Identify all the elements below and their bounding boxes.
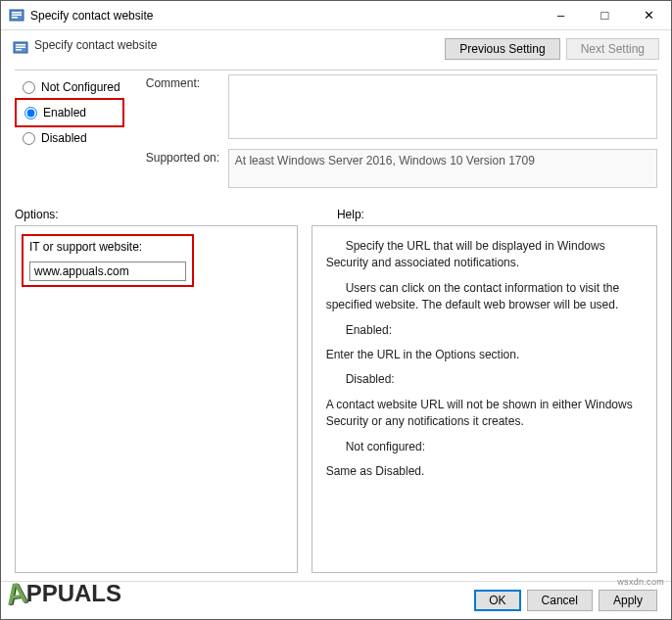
svg-rect-2 [12,14,22,16]
radio-enabled-label: Enabled [43,106,86,119]
svg-rect-1 [12,12,22,14]
watermark-logo: APPUALS [6,577,121,610]
policy-title: Specify contact website [34,38,445,52]
panel-headers: Options: Help: [1,202,671,225]
radio-disabled[interactable]: Disabled [15,127,126,149]
comment-input[interactable] [228,74,657,139]
supported-on-label: Supported on: [146,149,228,188]
svg-rect-7 [16,49,22,51]
options-header: Options: [15,208,323,221]
watermark-side: wsxdn.com [617,577,664,587]
svg-rect-5 [16,44,25,46]
help-panel: Specify the URL that will be displayed i… [312,225,657,573]
maximize-button[interactable]: □ [583,1,627,29]
state-column: Not Configured Enabled Disabled [15,74,126,188]
supported-on-value: At least Windows Server 2016, Windows 10… [235,154,535,167]
comment-label: Comment: [146,74,228,139]
radio-disabled-label: Disabled [41,131,87,145]
help-text: Enter the URL in the Options section. [326,347,643,363]
radio-not-configured[interactable]: Not Configured [15,76,126,98]
radio-enabled-input[interactable] [24,107,37,119]
help-text: Users can click on the contact informati… [326,280,643,314]
watermark-text: PPUALS [26,580,121,607]
supported-on-text: At least Windows Server 2016, Windows 10… [228,149,657,188]
close-button[interactable]: ✕ [627,1,671,29]
help-text: Same as Disabled. [326,463,643,480]
previous-setting-button[interactable]: Previous Setting [445,38,559,60]
policy-icon [13,40,28,56]
radio-not-configured-label: Not Configured [41,80,120,94]
logo-a-icon: A [4,576,29,612]
highlight-enabled: Enabled [15,98,124,127]
minimize-button[interactable]: – [539,1,583,29]
dialog-window: Specify contact website – □ ✕ Specify co… [0,0,672,620]
help-text: Specify the URL that will be displayed i… [326,238,643,272]
options-panel: IT or support website: [15,225,298,573]
window-title: Specify contact website [30,9,539,23]
nav-buttons: Previous Setting Next Setting [445,38,659,60]
radio-enabled[interactable]: Enabled [17,102,122,123]
next-setting-button[interactable]: Next Setting [566,38,659,60]
policy-icon [9,8,24,24]
header-row: Specify contact website Previous Setting… [1,30,671,66]
help-text: Enabled: [326,322,643,339]
radio-disabled-input[interactable] [23,132,35,145]
help-header: Help: [323,208,657,221]
window-controls: – □ ✕ [539,1,671,29]
help-text: Disabled: [326,371,643,388]
titlebar: Specify contact website – □ ✕ [1,1,671,30]
apply-button[interactable]: Apply [599,590,657,611]
svg-rect-3 [12,17,18,19]
option-field-label: IT or support website: [25,238,190,258]
highlight-option: IT or support website: [22,234,194,287]
radio-not-configured-input[interactable] [23,81,35,94]
website-input[interactable] [29,262,186,281]
help-text: Not configured: [326,439,643,455]
upper-section: Not Configured Enabled Disabled Comment: [1,71,671,202]
svg-rect-6 [16,47,25,49]
lower-section: IT or support website: Specify the URL t… [1,225,671,581]
help-text: A contact website URL will not be shown … [326,397,643,431]
ok-button[interactable]: OK [474,590,520,611]
cancel-button[interactable]: Cancel [527,590,593,611]
